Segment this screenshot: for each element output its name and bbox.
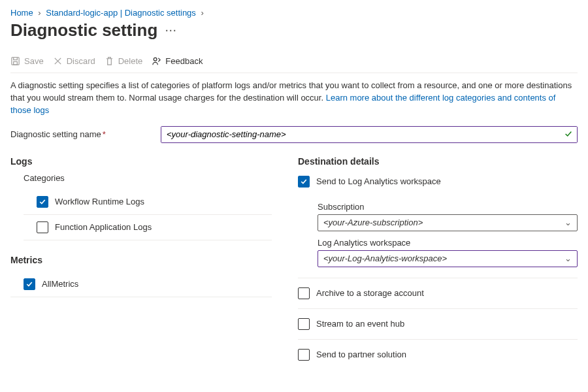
archive-label: Archive to a storage account <box>316 288 424 298</box>
allmetrics-label: AllMetrics <box>42 279 78 289</box>
function-app-checkbox[interactable] <box>37 221 48 233</box>
dest-partner-row: Send to partner solution <box>298 340 578 370</box>
logs-metrics-column: Logs Categories Workflow Runtime Logs Fu… <box>10 154 272 370</box>
name-field-label: Diagnostic setting name* <box>10 129 161 139</box>
page-title: Diagnostic setting ··· <box>10 20 578 41</box>
chevron-right-icon: › <box>38 8 41 18</box>
archive-checkbox[interactable] <box>298 287 310 299</box>
diagnostic-name-input[interactable] <box>161 127 577 142</box>
log-category-row: Workflow Runtime Logs <box>24 189 272 215</box>
close-icon <box>53 56 63 66</box>
logs-header: Logs <box>10 156 272 167</box>
save-icon <box>10 56 20 66</box>
function-app-label: Function Application Logs <box>55 222 152 232</box>
dest-eventhub-row: Stream to an event hub <box>298 309 578 340</box>
workflow-runtime-label: Workflow Runtime Logs <box>55 197 144 206</box>
allmetrics-checkbox[interactable] <box>24 278 35 290</box>
eventhub-label: Stream to an event hub <box>316 319 404 329</box>
svg-point-2 <box>154 57 157 61</box>
feedback-button[interactable]: Feedback <box>152 56 203 66</box>
log-analytics-fields: Subscription <your-Azure-subscription> ⌄… <box>318 202 578 267</box>
breadcrumb-app[interactable]: Standard-logic-app | Diagnostic settings <box>46 8 196 18</box>
dest-log-analytics-row: Send to Log Analytics workspace <box>298 173 578 194</box>
metrics-header: Metrics <box>10 255 272 265</box>
breadcrumb-home[interactable]: Home <box>10 8 33 18</box>
svg-rect-1 <box>14 61 18 65</box>
name-field-row: Diagnostic setting name* <box>10 126 578 143</box>
svg-rect-0 <box>12 57 19 65</box>
workspace-label: Log Analytics workspace <box>318 238 578 248</box>
toolbar: Save Discard Delete Feedback <box>10 52 578 73</box>
log-analytics-label: Send to Log Analytics workspace <box>316 176 441 186</box>
subscription-select[interactable]: <your-Azure-subscription> ⌄ <box>318 214 578 231</box>
partner-label: Send to partner solution <box>316 350 406 359</box>
trash-icon <box>105 56 114 66</box>
description-text: A diagnostic setting specifies a list of… <box>10 80 578 117</box>
checkmark-icon <box>564 129 573 140</box>
page-title-text: Diagnostic setting <box>10 20 157 41</box>
feedback-label: Feedback <box>165 56 203 66</box>
destination-header: Destination details <box>298 156 578 167</box>
metrics-row: AllMetrics <box>10 272 272 297</box>
chevron-down-icon: ⌄ <box>564 218 572 227</box>
required-asterisk: * <box>103 129 106 139</box>
save-button[interactable]: Save <box>10 56 44 66</box>
eventhub-checkbox[interactable] <box>298 318 310 330</box>
delete-button[interactable]: Delete <box>105 56 143 66</box>
more-icon[interactable]: ··· <box>165 25 177 36</box>
log-analytics-checkbox[interactable] <box>298 176 310 188</box>
name-input-wrap <box>161 126 578 143</box>
categories-label: Categories <box>24 173 272 183</box>
feedback-icon <box>152 56 161 66</box>
chevron-right-icon: › <box>201 8 203 18</box>
log-category-row: Function Application Logs <box>24 215 272 240</box>
save-label: Save <box>24 56 44 66</box>
subscription-label: Subscription <box>318 202 578 212</box>
workspace-select[interactable]: <your-Log-Analytics-workspace> ⌄ <box>318 250 578 267</box>
chevron-down-icon: ⌄ <box>564 253 572 263</box>
workspace-value: <your-Log-Analytics-workspace> <box>323 253 447 263</box>
partner-checkbox[interactable] <box>298 349 310 361</box>
delete-label: Delete <box>118 56 143 66</box>
workflow-runtime-checkbox[interactable] <box>37 196 48 208</box>
subscription-value: <your-Azure-subscription> <box>323 218 423 227</box>
breadcrumb: Home › Standard-logic-app | Diagnostic s… <box>10 8 578 18</box>
discard-label: Discard <box>67 56 95 66</box>
destination-column: Destination details Send to Log Analytic… <box>298 154 578 370</box>
dest-archive-row: Archive to a storage account <box>298 278 578 309</box>
discard-button[interactable]: Discard <box>53 56 95 66</box>
